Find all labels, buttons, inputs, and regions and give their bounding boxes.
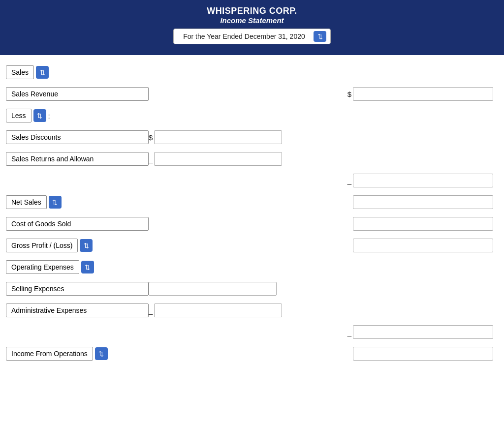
main-content: Sales ⇅ Sales Revenue $ Less ⇅ xyxy=(0,55,504,377)
selling-expenses-label: Selling Expenses xyxy=(6,282,149,296)
sales-dropdown-btn[interactable]: ⇅ xyxy=(36,66,49,79)
selling-expenses-input[interactable] xyxy=(149,282,277,296)
period-label: For the Year Ended December 31, 2020 xyxy=(178,32,311,40)
sales-dropdown-row: Sales ⇅ xyxy=(6,64,498,81)
net-sales-input[interactable] xyxy=(353,195,493,209)
period-dropdown-btn[interactable]: ⇅ xyxy=(314,31,326,42)
net-sales-row: Net Sales ⇅ xyxy=(6,194,498,211)
sales-discounts-label: Sales Discounts xyxy=(6,130,149,144)
subtotal2-row: _ xyxy=(6,324,498,340)
sales-discounts-input[interactable] xyxy=(154,130,282,144)
income-from-operations-row: Income From Operations ⇅ xyxy=(6,345,498,362)
operating-expenses-dropdown-btn[interactable]: ⇅ xyxy=(81,261,94,273)
sales-returns-row: Sales Returns and Allowan _ xyxy=(6,151,498,167)
gross-profit-dropdown-btn[interactable]: ⇅ xyxy=(80,239,93,252)
gross-profit-row: Gross Profit / (Loss) ⇅ xyxy=(6,237,498,254)
operating-expenses-label: Operating Expenses xyxy=(6,260,79,274)
sales-returns-underscore: _ xyxy=(149,155,153,163)
income-statement-form: Sales ⇅ Sales Revenue $ Less ⇅ xyxy=(6,64,498,367)
sales-revenue-input[interactable] xyxy=(353,87,493,101)
less-dropdown-btn[interactable]: ⇅ xyxy=(33,109,46,122)
net-sales-label: Net Sales xyxy=(6,195,47,209)
sales-label: Sales xyxy=(6,65,34,79)
sales-discounts-dollar: $ xyxy=(149,133,153,142)
subtotal2-underscore: _ xyxy=(347,328,351,336)
selling-expenses-row: Selling Expenses xyxy=(6,280,498,297)
gross-profit-label: Gross Profit / (Loss) xyxy=(6,239,78,252)
subtotal2-input[interactable] xyxy=(353,325,493,339)
cost-of-goods-label: Cost of Goods Sold xyxy=(6,217,149,231)
sales-revenue-dollar: $ xyxy=(347,90,351,98)
less-label: Less xyxy=(6,109,32,122)
less-dropdown-row: Less ⇅ : xyxy=(6,107,498,124)
company-name: WHISPERING CORP. xyxy=(0,6,504,16)
statement-title: Income Statement xyxy=(0,16,504,25)
administrative-expenses-label: Administrative Expenses xyxy=(6,304,149,317)
income-from-operations-dropdown-btn[interactable]: ⇅ xyxy=(95,347,108,360)
cost-of-goods-row: Cost of Goods Sold _ xyxy=(6,215,498,232)
header: WHISPERING CORP. Income Statement For th… xyxy=(0,0,504,55)
period-selector[interactable]: For the Year Ended December 31, 2020 ⇅ xyxy=(173,29,331,44)
administrative-expenses-input[interactable] xyxy=(154,304,282,317)
operating-expenses-row: Operating Expenses ⇅ xyxy=(6,259,498,275)
subtotal1-row: _ xyxy=(6,172,498,189)
sales-revenue-row: Sales Revenue $ xyxy=(6,86,498,102)
subtotal1-underscore: _ xyxy=(347,177,351,185)
subtotal1-input[interactable] xyxy=(353,174,493,187)
sales-discounts-row: Sales Discounts $ xyxy=(6,129,498,146)
sales-revenue-label: Sales Revenue xyxy=(6,87,149,101)
cost-of-goods-underscore: _ xyxy=(347,220,351,228)
gross-profit-input[interactable] xyxy=(353,239,493,252)
net-sales-dropdown-btn[interactable]: ⇅ xyxy=(49,196,62,209)
sales-returns-input[interactable] xyxy=(154,152,282,166)
income-from-operations-input[interactable] xyxy=(353,347,493,361)
less-colon: : xyxy=(48,112,50,120)
sales-returns-label: Sales Returns and Allowan xyxy=(6,152,149,166)
administrative-expenses-row: Administrative Expenses _ xyxy=(6,302,498,319)
admin-expenses-underscore: _ xyxy=(149,306,153,315)
income-from-operations-label: Income From Operations xyxy=(6,347,93,361)
cost-of-goods-input[interactable] xyxy=(353,217,493,231)
